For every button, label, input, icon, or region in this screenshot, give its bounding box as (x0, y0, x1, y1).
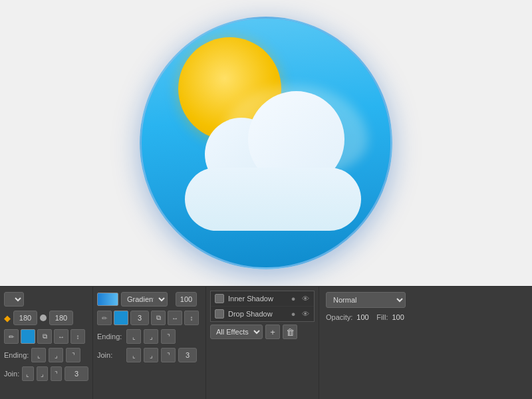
join-mid-icon2: ⌟ (150, 352, 153, 359)
opacity-row: Opacity: 100 Fill: 100 (326, 313, 525, 321)
flip-v-icon: ↕ (76, 333, 80, 340)
toolbar-middle-panel: Gradient ✏ ⧉ ↔ ↕ Ending: ⌞ ⌟ ⌝ (93, 287, 206, 399)
stroke-flip-h-icon: ↔ (172, 315, 178, 322)
join-mid-btn3[interactable]: ⌝ (161, 348, 176, 362)
ending-icon1: ⌞ (37, 352, 41, 359)
shape-select[interactable]: Pie (4, 292, 24, 307)
cloud-element (185, 134, 361, 231)
opacity-value: 100 (356, 313, 372, 321)
weather-circle (140, 17, 392, 269)
stroke-copy-btn[interactable]: ⧉ (151, 311, 166, 325)
flip-h-btn[interactable]: ↔ (54, 329, 68, 344)
add-effect-icon: + (270, 327, 275, 337)
end-btn1[interactable]: ⌞ (126, 329, 141, 344)
join-mid-icon1: ⌞ (132, 352, 136, 359)
toolbar-right-panel: Normal Opacity: 100 Fill: 100 (319, 287, 532, 399)
effects-footer: All Effects + 🗑 (210, 325, 315, 339)
inner-shadow-item[interactable]: Inner Shadow ● 👁 (211, 291, 314, 307)
join-label: Join: (4, 370, 19, 378)
drop-shadow-checkbox[interactable] (215, 309, 224, 319)
angle-icon: ◆ (4, 313, 11, 323)
delete-effect-icon: 🗑 (286, 327, 295, 337)
fill-color-swatch[interactable] (21, 329, 35, 344)
fill-value: 100 (392, 313, 408, 321)
drop-shadow-eye-icon[interactable]: 👁 (301, 309, 310, 319)
canvas-area (0, 0, 532, 286)
stroke-flip-h-btn[interactable]: ↔ (168, 311, 182, 325)
stroke-size-input[interactable] (130, 311, 149, 325)
stroke-copy-icon: ⧉ (156, 314, 161, 322)
toolbar: Pie ◆ ✏ ⧉ ↔ ↕ Ending: ⌞ (0, 286, 532, 399)
ending-icon3: ⌝ (72, 352, 75, 359)
add-effect-btn[interactable]: + (265, 325, 280, 339)
gradient-type-select[interactable]: Gradient (121, 292, 168, 307)
effects-select[interactable]: All Effects (210, 325, 263, 339)
join-icon3: ⌝ (55, 370, 58, 378)
stroke-color-swatch[interactable] (114, 311, 128, 325)
stroke-flip-v-icon: ↕ (190, 315, 194, 322)
ending-btn1[interactable]: ⌞ (31, 348, 46, 362)
join-label-mid: Join: (97, 351, 124, 359)
stroke-pencil-icon: ✏ (102, 315, 107, 322)
join-mid-icon3: ⌝ (167, 352, 170, 359)
angle-input[interactable] (13, 311, 37, 325)
inner-shadow-checkbox[interactable] (215, 294, 224, 303)
fill-label: Fill: (376, 313, 388, 321)
gradient-preview[interactable] (97, 293, 118, 306)
ending-label: Ending: (4, 351, 29, 359)
end-btn2[interactable]: ⌟ (144, 329, 158, 344)
stroke-flip-v-btn[interactable]: ↕ (184, 311, 199, 325)
end-icon1: ⌞ (132, 333, 136, 340)
flip-h-icon: ↔ (58, 333, 65, 340)
blend-mode-select[interactable]: Normal (326, 292, 406, 308)
pencil-btn[interactable]: ✏ (4, 329, 19, 344)
inner-shadow-label: Inner Shadow (228, 295, 285, 303)
weather-icon (140, 17, 392, 269)
drop-shadow-item[interactable]: Drop Shadow ● 👁 (211, 307, 314, 321)
ending-btn3[interactable]: ⌝ (66, 348, 80, 362)
join-btn3[interactable]: ⌝ (51, 366, 62, 381)
drop-shadow-icons: ● 👁 (289, 309, 310, 319)
end-icon3: ⌝ (167, 333, 170, 340)
inner-shadow-eye-icon[interactable]: 👁 (301, 294, 310, 303)
flip-v-btn[interactable]: ↕ (70, 329, 85, 344)
ending-btn2[interactable]: ⌟ (49, 348, 63, 362)
gradient-opacity-input[interactable] (176, 292, 197, 307)
join-mid-btn2[interactable]: ⌟ (144, 348, 158, 362)
inner-shadow-circle-icon[interactable]: ● (289, 294, 298, 303)
blend-mode-row: Normal (326, 292, 525, 308)
ending-label-mid: Ending: (97, 332, 124, 340)
end-btn3[interactable]: ⌝ (161, 329, 176, 344)
copy-btn[interactable]: ⧉ (37, 329, 52, 344)
pencil-icon: ✏ (9, 333, 14, 340)
inner-shadow-icons: ● 👁 (289, 294, 310, 303)
drop-shadow-circle-icon[interactable]: ● (289, 309, 298, 319)
radius-indicator (40, 315, 47, 321)
join-value-input[interactable] (65, 366, 88, 381)
join-mid-value[interactable] (178, 348, 197, 362)
join-btn2[interactable]: ⌟ (37, 366, 48, 381)
copy-icon: ⧉ (43, 332, 47, 340)
effects-list: Inner Shadow ● 👁 Drop Shadow ● 👁 (210, 291, 315, 322)
end-icon2: ⌟ (150, 333, 153, 340)
join-icon2: ⌟ (41, 370, 44, 378)
cloud-body (185, 168, 361, 231)
opacity-label: Opacity: (326, 313, 352, 321)
radius-input[interactable] (49, 311, 73, 325)
join-icon1: ⌞ (26, 370, 29, 378)
ending-icon2: ⌟ (55, 352, 58, 359)
stroke-pencil-btn[interactable]: ✏ (97, 311, 112, 325)
delete-effect-btn[interactable]: 🗑 (283, 325, 297, 339)
toolbar-effects-panel: Inner Shadow ● 👁 Drop Shadow ● 👁 All Eff… (206, 287, 319, 399)
toolbar-left-panel: Pie ◆ ✏ ⧉ ↔ ↕ Ending: ⌞ (0, 287, 93, 399)
join-btn1[interactable]: ⌞ (22, 366, 33, 381)
drop-shadow-label: Drop Shadow (228, 310, 285, 318)
join-mid-btn1[interactable]: ⌞ (126, 348, 141, 362)
